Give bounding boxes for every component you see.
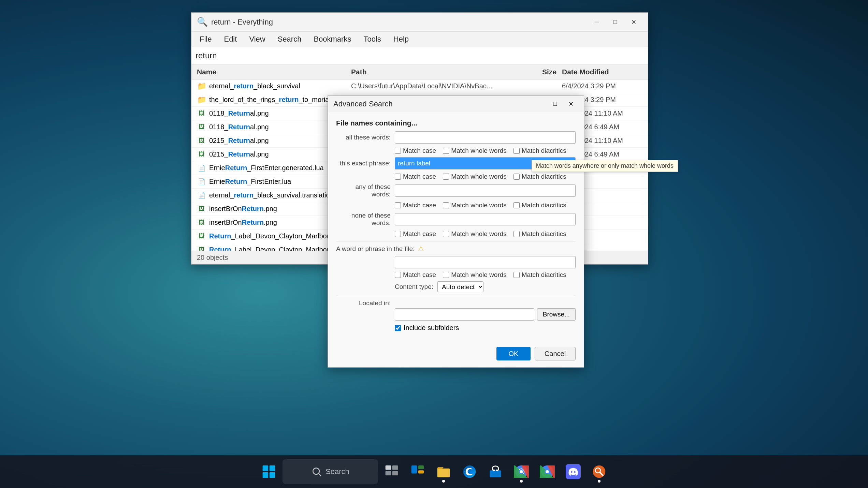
exact-phrase-match-case-checkbox[interactable]	[395, 174, 401, 180]
any-words-match-case-checkbox[interactable]	[395, 202, 401, 208]
title-text: return - Everything	[211, 18, 273, 27]
none-words-match-whole-words-checkbox[interactable]	[443, 231, 449, 237]
exact-phrase-checkboxes: Match case Match whole words Match diacr…	[395, 173, 576, 180]
ok-button[interactable]: OK	[496, 347, 531, 360]
dialog-buttons: OK Cancel	[328, 343, 584, 367]
table-row[interactable]: 📁eternal_return_black_survival C:\Users\…	[191, 79, 648, 93]
any-words-match-diacritics[interactable]: Match diacritics	[513, 202, 566, 209]
all-words-match-diacritics[interactable]: Match diacritics	[513, 147, 566, 154]
none-words-input[interactable]	[395, 213, 576, 225]
exact-phrase-match-diacritics[interactable]: Match diacritics	[513, 173, 566, 180]
none-words-match-case-checkbox[interactable]	[395, 231, 401, 237]
none-words-match-case[interactable]: Match case	[395, 230, 436, 238]
widgets-button[interactable]	[405, 459, 430, 484]
content-type-select[interactable]: Auto detect Text Binary	[437, 281, 483, 292]
file-phrase-checkboxes: Match case Match whole words Match diacr…	[395, 271, 576, 279]
include-subfolders-label[interactable]: Include subfolders	[404, 324, 459, 332]
column-name-header[interactable]: Name	[191, 68, 348, 76]
all-words-row: all these words:	[336, 131, 576, 144]
any-words-match-whole-words-checkbox[interactable]	[443, 202, 449, 208]
svg-rect-0	[263, 465, 269, 471]
taskbar-search-button[interactable]: Search	[283, 459, 378, 484]
column-path-header[interactable]: Path	[348, 68, 518, 76]
menu-bookmarks[interactable]: Bookmarks	[308, 33, 357, 46]
content-type-label: Content type:	[395, 283, 433, 291]
exact-phrase-match-whole-words-checkbox[interactable]	[443, 174, 449, 180]
file-phrase-match-diacritics-checkbox[interactable]	[513, 272, 520, 278]
exact-phrase-row: this exact phrase: Match words anywhere …	[336, 157, 576, 169]
chrome-alt-button[interactable]	[535, 459, 560, 484]
any-words-match-whole-words[interactable]: Match whole words	[443, 202, 507, 209]
menu-view[interactable]: View	[244, 33, 271, 46]
none-words-row: none of these words:	[336, 212, 576, 227]
file-phrase-match-whole-words-checkbox[interactable]	[443, 272, 449, 278]
svg-rect-12	[418, 470, 424, 473]
dialog-close-button[interactable]: ✕	[563, 98, 578, 110]
content-type-row: Content type: Auto detect Text Binary	[336, 281, 576, 292]
browse-button[interactable]: Browse...	[537, 308, 576, 321]
chrome-button[interactable]	[509, 459, 534, 484]
all-words-match-whole-words-checkbox[interactable]	[443, 148, 449, 154]
any-words-match-diacritics-checkbox[interactable]	[513, 202, 520, 208]
all-words-match-whole-words[interactable]: Match whole words	[443, 147, 507, 154]
window-title: 🔍 return - Everything	[197, 17, 273, 27]
status-text: 20 objects	[197, 254, 228, 262]
none-words-match-diacritics[interactable]: Match diacritics	[513, 230, 566, 238]
any-words-input[interactable]	[395, 184, 576, 197]
file-phrase-match-case-checkbox[interactable]	[395, 272, 401, 278]
menu-edit[interactable]: Edit	[218, 33, 242, 46]
maximize-button[interactable]: □	[606, 15, 624, 29]
exact-phrase-match-whole-words[interactable]: Match whole words	[443, 173, 507, 180]
discord-button[interactable]	[561, 459, 585, 484]
cancel-button[interactable]: Cancel	[535, 347, 576, 360]
svg-rect-1	[270, 465, 275, 471]
menu-help[interactable]: Help	[388, 33, 414, 46]
any-words-match-case[interactable]: Match case	[395, 202, 436, 209]
file-phrase-match-diacritics[interactable]: Match diacritics	[513, 271, 566, 279]
taskview-button[interactable]	[379, 459, 404, 484]
exact-phrase-match-diacritics-checkbox[interactable]	[513, 174, 520, 180]
file-phrase-input[interactable]	[395, 256, 576, 268]
all-words-match-diacritics-checkbox[interactable]	[513, 148, 520, 154]
menu-tools[interactable]: Tools	[358, 33, 386, 46]
taskbar-icons: Search	[257, 459, 611, 484]
svg-point-4	[313, 468, 319, 474]
file-phrase-match-whole-words[interactable]: Match whole words	[443, 271, 507, 279]
none-words-match-whole-words[interactable]: Match whole words	[443, 230, 507, 238]
close-button[interactable]: ✕	[625, 15, 642, 29]
main-search-input[interactable]	[196, 51, 644, 60]
dialog-body: File names containing... all these words…	[328, 112, 584, 343]
include-subfolders-checkbox[interactable]	[395, 325, 401, 331]
all-words-match-case[interactable]: Match case	[395, 147, 436, 154]
menu-file[interactable]: File	[194, 33, 217, 46]
svg-point-28	[593, 465, 606, 478]
edge-button[interactable]	[457, 459, 482, 484]
exact-phrase-match-case[interactable]: Match case	[395, 173, 436, 180]
menu-search[interactable]: Search	[272, 33, 307, 46]
located-in-input[interactable]	[395, 308, 534, 321]
taskbar-dot	[442, 480, 445, 483]
file-explorer-button[interactable]	[431, 459, 456, 484]
dialog-maximize-button[interactable]: □	[548, 98, 563, 110]
dialog-section-title: File names containing...	[336, 119, 576, 127]
search-bar	[191, 47, 648, 64]
none-words-match-diacritics-checkbox[interactable]	[513, 231, 520, 237]
all-words-match-case-checkbox[interactable]	[395, 148, 401, 154]
any-words-checkboxes: Match case Match whole words Match diacr…	[395, 202, 576, 209]
svg-rect-9	[392, 471, 398, 475]
start-button[interactable]	[257, 459, 281, 484]
column-size-header[interactable]: Size	[518, 68, 559, 76]
all-words-input[interactable]	[395, 131, 576, 144]
dialog-controls: □ ✕	[548, 98, 578, 110]
svg-rect-6	[386, 465, 391, 470]
minimize-button[interactable]: ─	[588, 15, 606, 29]
svg-point-21	[520, 470, 523, 473]
column-date-header[interactable]: Date Modified	[559, 68, 648, 76]
menu-bar: File Edit View Search Bookmarks Tools He…	[191, 32, 648, 47]
svg-rect-8	[386, 471, 391, 475]
divider-2	[336, 296, 576, 296]
svg-point-27	[574, 471, 576, 473]
store-button[interactable]	[483, 459, 508, 484]
everything-taskbar-button[interactable]	[587, 459, 611, 484]
file-phrase-match-case[interactable]: Match case	[395, 271, 436, 279]
